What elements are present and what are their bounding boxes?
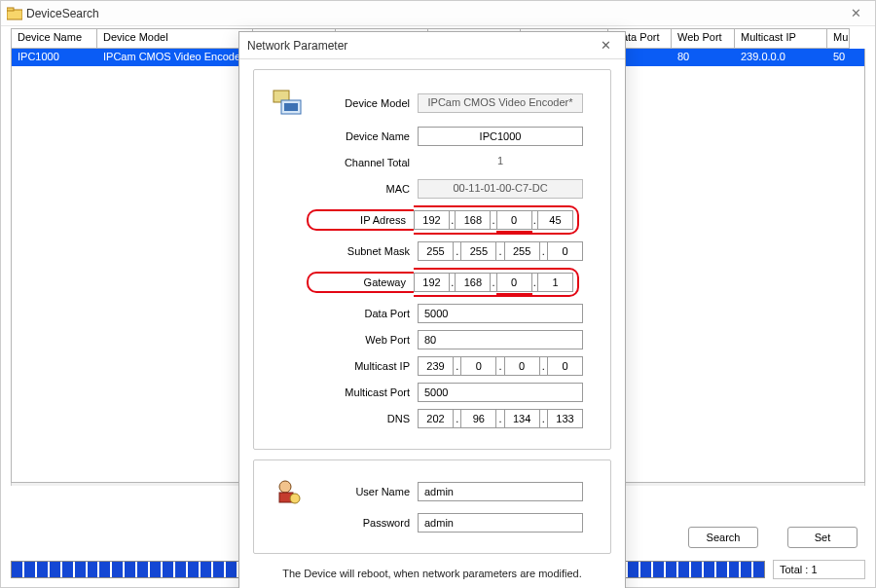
dialog-title: Network Parameter — [247, 39, 347, 53]
total-value: 1 — [811, 564, 817, 575]
ip-octet-input[interactable] — [504, 356, 540, 376]
row-subnet-mask: Subnet Mask ... — [266, 241, 599, 261]
close-icon[interactable]: ✕ — [843, 4, 869, 22]
ip-octet-input[interactable] — [455, 273, 491, 292]
main-titlebar: DeviceSearch ✕ — [1, 1, 875, 26]
value-channel-total: 1 — [418, 153, 583, 172]
data-port-input[interactable] — [418, 304, 583, 323]
device-name-input[interactable] — [418, 127, 583, 146]
total-label: Total : — [780, 564, 811, 575]
multicast-port-input[interactable] — [418, 383, 583, 402]
ip-octet-input[interactable] — [504, 409, 540, 428]
label-channel-total: Channel Total — [310, 157, 418, 168]
ip-octet-input[interactable] — [460, 409, 496, 428]
label-web-port: Web Port — [310, 334, 418, 346]
row-dns: DNS ... — [266, 409, 599, 428]
label-subnet-mask: Subnet Mask — [310, 245, 418, 257]
svg-point-5 — [279, 481, 291, 493]
user-name-input[interactable] — [418, 482, 583, 501]
search-button[interactable]: Search — [688, 527, 758, 548]
ip-octet-input[interactable] — [414, 210, 450, 230]
main-title: DeviceSearch — [26, 7, 99, 20]
label-multicast-ip: Multicast IP — [310, 360, 418, 372]
ip-octet-input[interactable] — [547, 409, 583, 428]
ip-octet-input[interactable] — [496, 210, 532, 230]
multicast-ip-input[interactable]: ... — [418, 356, 583, 376]
ip-octet-input[interactable] — [537, 273, 573, 292]
column-header[interactable]: Multicast IP — [734, 28, 826, 49]
label-gateway: Gateway — [307, 272, 414, 293]
label-user-name: User Name — [310, 486, 418, 497]
gateway-input[interactable]: ... — [414, 268, 579, 297]
column-header[interactable]: Device Model — [96, 28, 252, 49]
total-box: Total : 1 — [773, 560, 865, 579]
ip-octet-input[interactable] — [418, 241, 454, 261]
label-dns: DNS — [310, 413, 418, 424]
folder-icon — [7, 7, 22, 20]
label-mac: MAC — [310, 183, 418, 195]
label-password: Password — [310, 517, 418, 529]
column-header[interactable]: Mu — [826, 28, 850, 49]
label-ip-address: IP Adress — [307, 209, 414, 231]
value-mac: 00-11-01-00-C7-DC — [418, 179, 583, 199]
user-icon — [266, 477, 310, 506]
table-cell: IPC1000 — [12, 49, 97, 66]
ip-address-input[interactable]: ... — [414, 205, 579, 235]
ip-octet-input[interactable] — [455, 210, 491, 230]
svg-point-7 — [290, 494, 300, 503]
table-cell: 50 — [827, 49, 851, 66]
label-device-model: Device Model — [310, 97, 418, 109]
reboot-note: The Device will reboot, when network par… — [253, 564, 611, 588]
ip-octet-input[interactable] — [460, 356, 496, 376]
ip-octet-input[interactable] — [504, 241, 540, 261]
ip-octet-input[interactable] — [547, 356, 583, 376]
web-port-input[interactable] — [418, 330, 583, 349]
ip-octet-input[interactable] — [418, 356, 454, 376]
subnet-mask-input[interactable]: ... — [418, 241, 583, 261]
table-cell: 239.0.0.0 — [735, 49, 827, 66]
row-multicast-ip: Multicast IP ... — [266, 356, 599, 376]
label-data-port: Data Port — [310, 308, 418, 319]
value-device-model: IPCam CMOS Video Encoder* — [418, 93, 583, 113]
dialog-body: Device Model IPCam CMOS Video Encoder* D… — [239, 59, 625, 588]
ip-octet-input[interactable] — [418, 409, 454, 428]
dialog-titlebar: Network Parameter ✕ — [239, 32, 625, 59]
main-buttons: Search Set — [688, 527, 858, 548]
row-ip-address: IP Adress ... — [266, 205, 599, 235]
set-button[interactable]: Set — [787, 527, 858, 548]
ip-octet-input[interactable] — [414, 273, 450, 292]
svg-rect-4 — [284, 103, 298, 111]
dns-input[interactable]: ... — [418, 409, 583, 428]
column-header[interactable]: Web Port — [671, 28, 734, 49]
table-cell: IPCam CMOS Video Encoder — [97, 49, 253, 66]
ip-octet-input[interactable] — [460, 241, 496, 261]
svg-rect-1 — [7, 8, 14, 11]
ip-octet-input[interactable] — [496, 273, 532, 292]
network-parameter-dialog: Network Parameter ✕ Device Model IPCam C… — [238, 31, 626, 588]
label-multicast-port: Multicast Port — [310, 386, 418, 398]
table-cell: 80 — [672, 49, 735, 66]
label-device-name: Device Name — [310, 130, 418, 142]
dialog-close-icon[interactable]: ✕ — [595, 36, 617, 55]
password-input[interactable] — [418, 513, 583, 533]
row-gateway: Gateway ... — [266, 268, 599, 297]
ip-octet-input[interactable] — [547, 241, 583, 261]
auth-section: User Name Password — [253, 459, 611, 554]
ip-octet-input[interactable] — [537, 210, 573, 230]
column-header[interactable]: Device Name — [11, 28, 96, 49]
network-section: Device Model IPCam CMOS Video Encoder* D… — [253, 69, 611, 450]
device-icon — [266, 87, 310, 120]
